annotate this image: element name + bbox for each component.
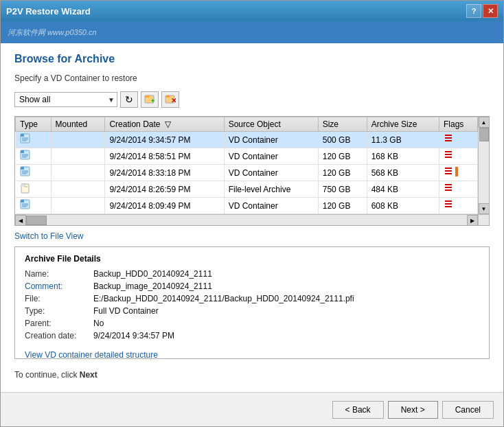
svg-rect-32 [21,184,25,187]
cell-mounted [51,165,105,181]
cell-type [16,165,51,181]
scroll-down-button[interactable]: ▼ [479,203,490,214]
cell-source-object: VD Container [224,198,318,214]
details-comment-row: Comment: Backup_image_20140924_2111 [25,281,479,291]
main-content: Browse for Archive Specify a VD Containe… [1,43,503,392]
cell-size: 750 GB [318,181,367,198]
table-row[interactable]: 9/24/2014 8:58:51 PM VD Container 120 GB… [16,148,478,165]
hint-bold: Next [80,370,98,380]
cell-source-object: VD Container [224,148,318,165]
cell-size: 120 GB [318,198,367,214]
scrollbar-corner [478,215,489,226]
wizard-window: P2V Restore Wizard ? ✕ 河东软件网 www.p0350.c… [0,0,504,427]
add-button[interactable]: + [141,91,159,108]
cell-mounted [51,148,105,165]
details-type-label: Type: [25,306,93,316]
cell-mounted [51,198,105,214]
details-creation-value: 9/24/2014 9:34:57 PM [93,331,174,341]
table-row[interactable]: 9/24/2014 8:09:49 PM VD Container 120 GB… [16,198,478,214]
archive-file-details-box: Archive File Details Name: Backup_HDD0_2… [14,246,490,359]
toolbar-row: Show all ▼ ↻ + ✕ [14,91,490,108]
next-button[interactable]: Next > [388,401,438,419]
scroll-left-button[interactable]: ◀ [15,215,26,226]
cell-type [16,132,51,148]
table-row[interactable]: 9/24/2014 9:34:57 PM VD Container 500 GB… [16,132,478,148]
cell-archive-size: 484 KB [367,181,439,198]
cell-source-object: File-level Archive [224,181,318,198]
help-button[interactable]: ? [466,4,481,18]
cell-source-object: VD Container [224,165,318,181]
table-scroll-wrapper: Type Mounted Creation Date ▽ Source Obje… [15,117,489,214]
scroll-up-button[interactable]: ▲ [479,117,490,128]
details-comment-label[interactable]: Comment: [25,281,93,291]
cell-type [16,198,51,214]
cell-flags [439,198,478,214]
cell-creation-date: 9/24/2014 8:26:59 PM [105,181,224,198]
details-name-label: Name: [25,269,93,279]
title-bar: P2V Restore Wizard ? ✕ [1,1,503,21]
scroll-track [479,128,489,203]
col-creation-date: Creation Date ▽ [105,117,224,132]
back-button[interactable]: < Back [332,401,384,419]
svg-rect-15 [21,150,24,153]
cell-creation-date: 9/24/2014 8:58:51 PM [105,148,224,165]
svg-rect-4 [165,95,170,97]
horizontal-scrollbar-track [26,215,467,225]
switch-to-file-view-link[interactable]: Switch to File View [14,231,490,241]
page-title: Browse for Archive [14,53,490,65]
cell-mounted [51,181,105,198]
table-header-row: Type Mounted Creation Date ▽ Source Obje… [16,117,478,132]
watermark-text: 河东软件网 www.p0350.cn [8,27,97,38]
svg-rect-30 [455,167,458,176]
cell-archive-size: 168 KB [367,148,439,165]
horizontal-scroll-thumb[interactable] [26,216,47,225]
vertical-scrollbar[interactable]: ▲ ▼ [478,117,489,214]
show-all-dropdown[interactable]: Show all [14,92,117,107]
cell-creation-date: 9/24/2014 8:09:49 PM [105,198,224,214]
svg-text:+: + [151,97,154,104]
table-row[interactable]: 9/24/2014 8:33:18 PM VD Container 120 GB… [16,165,478,181]
details-parent-value: No [93,319,104,328]
col-flags: Flags [439,117,478,132]
details-file-label: File: [25,294,93,303]
details-type-value: Full VD Container [93,306,159,316]
details-file-value: E:/Backup_HDD0_20140924_2111/Backup_HDD0… [93,294,354,303]
details-name-row: Name: Backup_HDD0_20140924_2111 [25,269,479,279]
cell-source-object: VD Container [224,132,318,148]
col-source-object: Source Object [224,117,318,132]
cell-size: 120 GB [318,165,367,181]
svg-text:✕: ✕ [171,97,176,104]
svg-rect-23 [21,167,24,170]
footer: < Back Next > Cancel [1,392,503,426]
details-comment-value: Backup_image_20140924_2111 [93,281,212,291]
details-type-row: Type: Full VD Container [25,306,479,316]
svg-rect-7 [21,134,24,137]
cell-size: 120 GB [318,148,367,165]
table-row[interactable]: 9/24/2014 8:26:59 PM File-level Archive … [16,181,478,198]
details-creation-label: Creation date: [25,331,93,341]
show-all-dropdown-wrapper: Show all ▼ [14,92,117,107]
view-structure-link[interactable]: View VD container detailed structure [25,350,158,359]
cell-flags [439,181,478,198]
cell-flags [439,148,478,165]
remove-button[interactable]: ✕ [161,91,179,108]
scroll-right-button[interactable]: ▶ [467,215,478,226]
refresh-button[interactable]: ↻ [120,91,138,108]
col-type: Type [16,117,51,132]
cell-archive-size: 568 KB [367,165,439,181]
cell-archive-size: 608 KB [367,198,439,214]
col-archive-size: Archive Size [367,117,439,132]
specify-label: Specify a VD Container to restore [14,73,490,83]
details-file-row: File: E:/Backup_HDD0_20140924_2111/Backu… [25,294,479,303]
hint-prefix: To continue, click [14,370,80,380]
scroll-thumb[interactable] [479,128,489,141]
cell-size: 500 GB [318,132,367,148]
cancel-button[interactable]: Cancel [442,401,494,419]
cell-type [16,148,51,165]
cell-mounted [51,132,105,148]
watermark-bar: 河东软件网 www.p0350.cn [1,21,503,43]
cell-archive-size: 11.3 GB [367,132,439,148]
title-bar-buttons: ? ✕ [466,4,498,18]
close-button[interactable]: ✕ [483,4,498,18]
cell-flags [439,165,478,181]
